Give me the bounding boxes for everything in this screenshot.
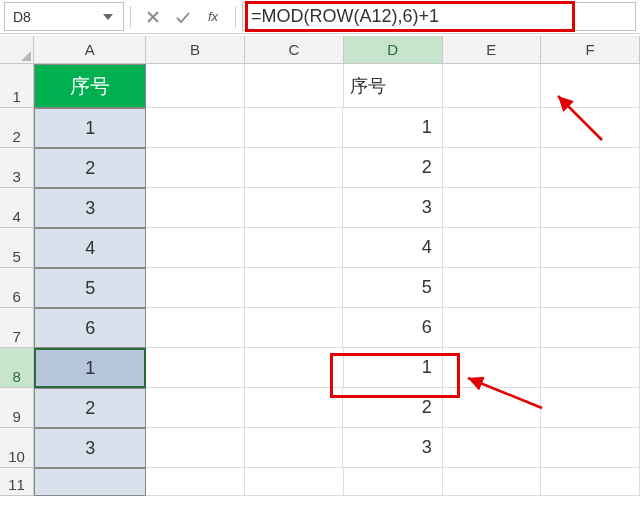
cell-d9[interactable]: 2 xyxy=(343,388,442,428)
col-header-f[interactable]: F xyxy=(541,36,640,64)
row-header[interactable]: 5 xyxy=(0,228,34,268)
cell[interactable] xyxy=(443,348,542,388)
cell-b1[interactable] xyxy=(146,64,245,108)
cell[interactable] xyxy=(443,468,542,496)
row: 11 xyxy=(0,468,640,496)
cell-a10[interactable]: 3 xyxy=(34,428,146,468)
cell-a1[interactable]: 序号 xyxy=(34,64,146,108)
cell-d6[interactable]: 5 xyxy=(343,268,442,308)
row-header[interactable]: 10 xyxy=(0,428,34,468)
cell[interactable] xyxy=(443,108,542,148)
cell[interactable] xyxy=(245,108,344,148)
cell[interactable] xyxy=(245,308,344,348)
cell[interactable] xyxy=(443,188,542,228)
cell-a7[interactable]: 6 xyxy=(34,308,146,348)
cell[interactable] xyxy=(245,228,344,268)
name-box-dropdown-icon[interactable] xyxy=(101,14,115,20)
cell[interactable] xyxy=(443,148,542,188)
name-box-value: D8 xyxy=(13,9,101,25)
cell-c1[interactable] xyxy=(245,64,344,108)
row-header[interactable]: 9 xyxy=(0,388,34,428)
cell-a5[interactable]: 4 xyxy=(34,228,146,268)
formula-text: =MOD(ROW(A12),6)+1 xyxy=(251,6,439,27)
cell-d1[interactable]: 序号 xyxy=(344,64,443,108)
cell-d5[interactable]: 4 xyxy=(343,228,442,268)
cell-d4[interactable]: 3 xyxy=(343,188,442,228)
row: 2 1 1 xyxy=(0,108,640,148)
cell[interactable] xyxy=(146,308,245,348)
cell[interactable] xyxy=(344,468,443,496)
fx-icon[interactable]: fx xyxy=(201,5,225,29)
row-header[interactable]: 2 xyxy=(0,108,34,148)
cell[interactable] xyxy=(541,428,640,468)
col-header-e[interactable]: E xyxy=(443,36,542,64)
cell[interactable] xyxy=(245,268,344,308)
cell[interactable] xyxy=(541,468,640,496)
row-header[interactable]: 3 xyxy=(0,148,34,188)
cell-f1[interactable] xyxy=(541,64,640,108)
row: 7 6 6 xyxy=(0,308,640,348)
cell[interactable] xyxy=(245,388,344,428)
cell[interactable] xyxy=(146,348,245,388)
col-header-a[interactable]: A xyxy=(34,36,146,64)
cell-a8[interactable]: 1 xyxy=(34,348,146,388)
cell-a3[interactable]: 2 xyxy=(34,148,146,188)
cell-a6[interactable]: 5 xyxy=(34,268,146,308)
row-header[interactable]: 7 xyxy=(0,308,34,348)
separator xyxy=(130,6,131,28)
cell[interactable] xyxy=(245,348,344,388)
cell[interactable] xyxy=(146,388,245,428)
cell[interactable] xyxy=(146,268,245,308)
cell[interactable] xyxy=(443,428,542,468)
cell[interactable] xyxy=(541,268,640,308)
row: 9 2 2 xyxy=(0,388,640,428)
cell-d7[interactable]: 6 xyxy=(343,308,442,348)
cell[interactable] xyxy=(443,388,542,428)
cell[interactable] xyxy=(541,348,640,388)
row-header[interactable]: 4 xyxy=(0,188,34,228)
col-header-c[interactable]: C xyxy=(245,36,344,64)
row: 6 5 5 xyxy=(0,268,640,308)
cell[interactable] xyxy=(146,188,245,228)
cell-a9[interactable]: 2 xyxy=(34,388,146,428)
cell-a11[interactable] xyxy=(34,468,146,496)
cell[interactable] xyxy=(541,228,640,268)
cell-a2[interactable]: 1 xyxy=(34,108,146,148)
cell[interactable] xyxy=(443,228,542,268)
cell[interactable] xyxy=(541,308,640,348)
col-header-d[interactable]: D xyxy=(344,36,443,64)
cell[interactable] xyxy=(146,428,245,468)
cell-a4[interactable]: 3 xyxy=(34,188,146,228)
row-header[interactable]: 11 xyxy=(0,468,34,496)
cell[interactable] xyxy=(443,268,542,308)
enter-icon[interactable] xyxy=(171,5,195,29)
row-header[interactable]: 8 xyxy=(0,348,34,388)
cell[interactable] xyxy=(245,148,344,188)
cell-d8[interactable]: 1 xyxy=(344,348,443,388)
select-all-corner[interactable] xyxy=(0,36,34,64)
cell[interactable] xyxy=(146,108,245,148)
cell[interactable] xyxy=(541,148,640,188)
cell[interactable] xyxy=(146,148,245,188)
row: 3 2 2 xyxy=(0,148,640,188)
formula-input[interactable]: =MOD(ROW(A12),6)+1 xyxy=(242,2,636,31)
cell[interactable] xyxy=(443,308,542,348)
row: 4 3 3 xyxy=(0,188,640,228)
cancel-icon[interactable] xyxy=(141,5,165,29)
cell-e1[interactable] xyxy=(443,64,542,108)
cell[interactable] xyxy=(245,468,344,496)
row-header[interactable]: 6 xyxy=(0,268,34,308)
cell[interactable] xyxy=(245,428,344,468)
col-header-b[interactable]: B xyxy=(146,36,245,64)
cell[interactable] xyxy=(541,388,640,428)
cell[interactable] xyxy=(146,228,245,268)
cell-d10[interactable]: 3 xyxy=(343,428,442,468)
name-box[interactable]: D8 xyxy=(4,2,124,31)
cell[interactable] xyxy=(541,108,640,148)
cell-d2[interactable]: 1 xyxy=(343,108,442,148)
row-header[interactable]: 1 xyxy=(0,64,34,108)
cell[interactable] xyxy=(245,188,344,228)
cell[interactable] xyxy=(146,468,245,496)
cell-d3[interactable]: 2 xyxy=(343,148,442,188)
cell[interactable] xyxy=(541,188,640,228)
